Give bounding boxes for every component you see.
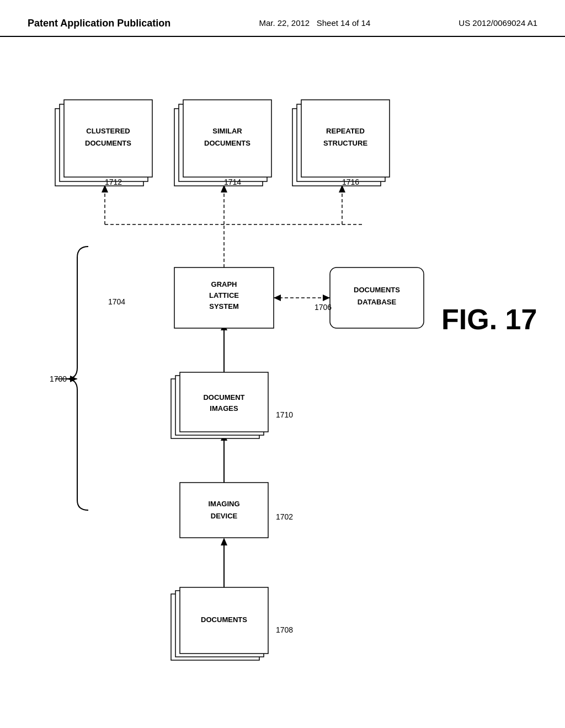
svg-rect-8 (180, 372, 268, 432)
ref-1714: 1714 (224, 178, 241, 186)
page-header: Patent Application Publication Mar. 22, … (0, 0, 565, 37)
svg-rect-20 (64, 100, 152, 177)
ref-1704: 1704 (108, 297, 125, 306)
header-patent-number: US 2012/0069024 A1 (459, 17, 537, 30)
imaging-device-label-line1: IMAGING (208, 500, 239, 508)
similar-docs-label-line2: DOCUMENTS (204, 140, 250, 148)
document-images-label-line1: DOCUMENT (203, 394, 244, 402)
svg-rect-23 (183, 100, 271, 177)
svg-rect-26 (301, 100, 390, 177)
ref-1710: 1710 (276, 410, 293, 419)
gls-label-line3: SYSTEM (209, 303, 238, 311)
gls-label-line2: LATTICE (209, 292, 239, 300)
ref-1702: 1702 (276, 512, 293, 521)
gls-label-line1: GRAPH (211, 281, 237, 289)
header-publication-title: Patent Application Publication (28, 17, 170, 30)
documents-label: DOCUMENTS (201, 616, 247, 624)
arrow-docs-to-imaging (221, 538, 227, 545)
clustered-docs-label-line2: DOCUMENTS (85, 140, 131, 148)
arrow-gls-to-db-left (274, 295, 281, 301)
clustered-docs-label-line1: CLUSTERED (86, 127, 130, 136)
similar-docs-label-line1: SIMILAR (212, 127, 242, 136)
ref-1716: 1716 (342, 178, 359, 186)
svg-rect-4 (180, 483, 268, 538)
imaging-device-label-line2: DEVICE (211, 512, 238, 521)
figure-label: FIG. 17 (441, 303, 537, 335)
diagram-area: DOCUMENTS 1708 IMAGING DEVICE 1702 DOCUM… (0, 37, 565, 710)
repeated-struct-label-line2: STRUCTURE (323, 140, 367, 148)
bracket-1700 (66, 247, 88, 510)
patent-diagram: DOCUMENTS 1708 IMAGING DEVICE 1702 DOCUM… (0, 37, 565, 710)
header-date-sheet: Mar. 22, 2012 Sheet 14 of 14 (259, 17, 370, 30)
repeated-struct-label-line1: REPEATED (326, 127, 365, 136)
ref-1706: 1706 (315, 303, 332, 312)
arrow-gls-to-db-right (323, 295, 330, 301)
ref-1708: 1708 (276, 625, 293, 634)
documents-db-label-line1: DOCUMENTS (354, 286, 400, 295)
documents-db-label-line2: DATABASE (358, 298, 397, 307)
document-images-label-line2: IMAGES (210, 405, 238, 413)
ref-1712: 1712 (105, 178, 122, 186)
